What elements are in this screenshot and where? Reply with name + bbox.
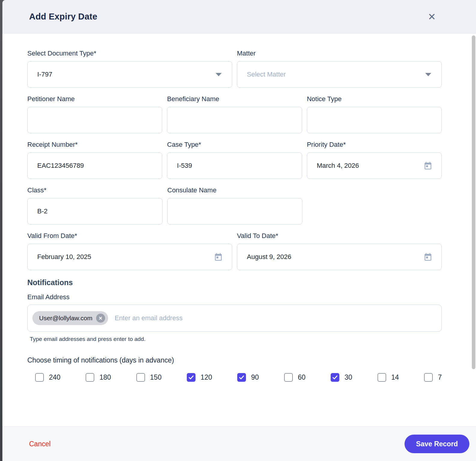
consulate-name-label: Consulate Name bbox=[167, 187, 302, 194]
petitioner-name-input[interactable] bbox=[27, 107, 162, 133]
timing-option-label: 150 bbox=[150, 373, 162, 381]
priority-date-input[interactable]: March 4, 2026 bbox=[307, 152, 442, 179]
timing-option-label: 240 bbox=[49, 373, 60, 381]
timing-checkbox[interactable] bbox=[237, 373, 246, 382]
timing-option: 180 bbox=[86, 373, 111, 382]
consulate-name-input[interactable] bbox=[167, 198, 302, 224]
field-beneficiary-name: Beneficiary Name bbox=[167, 95, 302, 133]
field-case-type: Case Type* I-539 bbox=[167, 141, 302, 179]
field-valid-to: Valid To Date* August 9, 2026 bbox=[237, 232, 442, 270]
document-type-value: I-797 bbox=[37, 71, 216, 78]
matter-placeholder: Select Matter bbox=[247, 71, 425, 78]
email-helper-text: Type email addresses and press enter to … bbox=[30, 336, 442, 342]
timing-option: 90 bbox=[237, 373, 259, 382]
valid-to-label: Valid To Date* bbox=[237, 232, 442, 240]
matter-label: Matter bbox=[237, 50, 442, 57]
email-input-placeholder: Enter an email address bbox=[115, 314, 183, 322]
close-icon: ✕ bbox=[428, 11, 436, 23]
case-type-value: I-539 bbox=[177, 162, 293, 170]
receipt-number-input[interactable]: EAC123456789 bbox=[27, 152, 162, 179]
field-matter: Matter Select Matter bbox=[237, 50, 442, 88]
checkmark-icon bbox=[188, 374, 194, 381]
timing-option: 240 bbox=[35, 373, 60, 382]
class-input[interactable]: B-2 bbox=[27, 198, 162, 224]
timing-options-row: 240 180 150 bbox=[27, 373, 442, 382]
field-document-type: Select Document Type* I-797 bbox=[27, 50, 232, 88]
valid-from-input[interactable]: February 10, 2025 bbox=[27, 244, 232, 270]
field-consulate-name: Consulate Name bbox=[167, 187, 302, 224]
document-type-label: Select Document Type* bbox=[27, 50, 232, 57]
vertical-scrollbar[interactable] bbox=[472, 35, 475, 369]
email-address-label: Email Address bbox=[27, 294, 442, 301]
form-row-2: Petitioner Name Beneficiary Name Notice … bbox=[27, 95, 442, 133]
beneficiary-name-input[interactable] bbox=[167, 107, 302, 133]
timing-option-label: 120 bbox=[201, 373, 212, 381]
form-row-4: Class* B-2 Consulate Name bbox=[27, 187, 442, 224]
valid-to-input[interactable]: August 9, 2026 bbox=[237, 244, 442, 270]
priority-date-label: Priority Date* bbox=[307, 141, 442, 148]
receipt-number-value: EAC123456789 bbox=[37, 162, 153, 170]
modal-title: Add Expiry Date bbox=[29, 12, 97, 22]
timing-option-label: 30 bbox=[344, 373, 352, 381]
timing-option: 150 bbox=[136, 373, 162, 382]
modal-body: Select Document Type* I-797 Matter Selec… bbox=[2, 34, 476, 426]
modal-footer: Cancel Save Record bbox=[2, 426, 476, 461]
timing-checkbox[interactable] bbox=[86, 373, 94, 382]
calendar-icon[interactable] bbox=[423, 161, 432, 170]
field-valid-from: Valid From Date* February 10, 2025 bbox=[27, 232, 232, 270]
case-type-label: Case Type* bbox=[167, 141, 302, 148]
notice-type-label: Notice Type bbox=[307, 95, 442, 103]
timing-label: Choose timing of notifications (days in … bbox=[27, 356, 442, 364]
form-row-3: Receipt Number* EAC123456789 Case Type* … bbox=[27, 141, 442, 179]
receipt-number-label: Receipt Number* bbox=[27, 141, 162, 148]
timing-option-label: 60 bbox=[298, 373, 306, 381]
chevron-down-icon bbox=[425, 73, 431, 76]
valid-from-label: Valid From Date* bbox=[27, 232, 232, 240]
priority-date-value: March 4, 2026 bbox=[317, 162, 423, 170]
chip-remove-icon: ✕ bbox=[99, 315, 102, 321]
timing-checkbox[interactable] bbox=[187, 373, 196, 382]
field-priority-date: Priority Date* March 4, 2026 bbox=[307, 141, 442, 179]
timing-checkbox[interactable] bbox=[331, 373, 339, 382]
calendar-icon[interactable] bbox=[214, 252, 223, 261]
valid-to-value: August 9, 2026 bbox=[247, 253, 423, 261]
timing-option-label: 7 bbox=[438, 373, 442, 381]
class-value: B-2 bbox=[37, 207, 154, 215]
timing-option-label: 90 bbox=[251, 373, 259, 381]
matter-select[interactable]: Select Matter bbox=[237, 61, 442, 88]
close-button[interactable]: ✕ bbox=[425, 10, 438, 23]
calendar-icon[interactable] bbox=[423, 252, 432, 261]
timing-checkbox[interactable] bbox=[424, 373, 433, 382]
document-type-select[interactable]: I-797 bbox=[27, 61, 232, 88]
notice-type-input[interactable] bbox=[307, 107, 442, 133]
case-type-input[interactable]: I-539 bbox=[167, 152, 302, 179]
timing-checkbox[interactable] bbox=[284, 373, 293, 382]
timing-option-label: 14 bbox=[391, 373, 399, 381]
timing-option-label: 180 bbox=[99, 373, 111, 381]
checkmark-icon bbox=[332, 374, 338, 381]
add-expiry-date-modal: Add Expiry Date ✕ Select Document Type* … bbox=[2, 0, 476, 461]
valid-from-value: February 10, 2025 bbox=[37, 253, 214, 261]
petitioner-name-label: Petitioner Name bbox=[27, 95, 162, 103]
timing-checkbox[interactable] bbox=[35, 373, 44, 382]
class-label: Class* bbox=[27, 187, 162, 194]
email-chip: User@lollylaw.com ✕ bbox=[32, 311, 108, 325]
timing-checkbox[interactable] bbox=[377, 373, 386, 382]
checkmark-icon bbox=[238, 374, 245, 381]
timing-option: 120 bbox=[187, 373, 212, 382]
chevron-down-icon bbox=[216, 73, 222, 76]
chip-remove-button[interactable]: ✕ bbox=[96, 314, 105, 323]
beneficiary-name-label: Beneficiary Name bbox=[167, 95, 302, 103]
field-class: Class* B-2 bbox=[27, 187, 162, 224]
timing-option: 60 bbox=[284, 373, 306, 382]
modal-header: Add Expiry Date ✕ bbox=[2, 0, 476, 34]
save-record-button[interactable]: Save Record bbox=[405, 435, 469, 453]
timing-option: 7 bbox=[424, 373, 442, 382]
timing-option: 14 bbox=[377, 373, 399, 382]
timing-checkbox[interactable] bbox=[136, 373, 145, 382]
form-row-5: Valid From Date* February 10, 2025 Valid… bbox=[27, 232, 442, 270]
email-address-input[interactable]: User@lollylaw.com ✕ Enter an email addre… bbox=[27, 305, 442, 332]
cancel-button[interactable]: Cancel bbox=[29, 440, 51, 448]
field-petitioner-name: Petitioner Name bbox=[27, 95, 162, 133]
email-chip-text: User@lollylaw.com bbox=[39, 315, 92, 322]
